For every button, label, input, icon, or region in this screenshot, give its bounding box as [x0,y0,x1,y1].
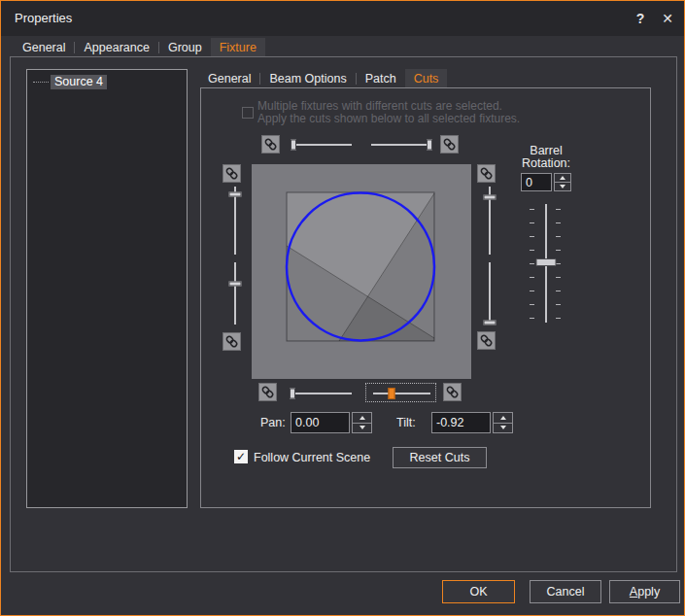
chain-link-icon [442,137,457,152]
arrow-down-icon [500,426,506,429]
pan-value[interactable]: 0.00 [291,412,350,433]
barrel-slider-ticks-left [530,209,534,320]
slider-track [234,262,236,325]
cancel-button[interactable]: Cancel [530,580,601,603]
tilt-spinbox: -0.92 [431,412,513,433]
slider-thumb[interactable] [483,320,496,325]
link-left-top-button[interactable] [223,164,241,183]
cut-slider-bottom-right[interactable] [372,387,431,399]
spin-down-button[interactable] [555,183,570,190]
multi-cut-notice-line1: Multiple fixtures with different cuts ar… [257,100,520,113]
link-right-bottom-button[interactable] [477,331,496,350]
cut-slider-right-bottom[interactable] [483,261,496,325]
follow-scene-checkbox[interactable]: ✓ [234,450,248,463]
subtab-cuts[interactable]: Cuts [405,69,448,88]
slider-thumb[interactable] [483,195,496,200]
barrel-rotation-value[interactable]: 0 [521,173,552,191]
main-tab-bar: General Appearance Group Fixture [14,38,265,57]
cut-slider-left-top[interactable] [228,186,241,256]
barrel-rotation-label-line2: Rotation: [507,156,585,170]
chain-link-icon [260,385,275,399]
tilt-label: Tilt: [396,416,416,429]
ok-button[interactable]: OK [442,580,515,603]
beam-preview-graphic [252,164,471,379]
cut-slider-top-right[interactable] [370,138,431,151]
barrel-rotation-label-line1: Barrel [507,144,585,157]
spin-up-button[interactable] [353,413,371,424]
cut-slider-bottom-left[interactable] [291,387,353,399]
multi-cut-notice-line2: Apply the cuts shown below to all select… [257,113,520,125]
link-bottom-right-button[interactable] [443,383,462,401]
pan-spinner [352,412,372,433]
help-icon[interactable]: ? [627,1,654,36]
window-title: Properties [15,11,72,25]
tree-branch-line [33,82,49,83]
slider-thumb-active[interactable] [389,388,395,399]
link-right-top-button[interactable] [477,164,496,183]
slider-track [292,144,352,146]
slider-thumb[interactable] [291,139,296,150]
barrel-rotation-spinbox: 0 [521,173,571,191]
slider-thumb[interactable] [427,139,432,150]
title-bar: Properties ? ✕ [1,1,684,36]
reset-cuts-button[interactable]: Reset Cuts [393,447,487,468]
slider-thumb[interactable] [536,258,557,266]
tab-general[interactable]: General [14,38,74,57]
cut-slider-top-left[interactable] [291,138,353,151]
arrow-up-icon [560,176,565,180]
pan-spinbox: 0.00 [291,412,372,433]
slider-thumb[interactable] [228,192,241,197]
chain-link-icon [479,333,494,348]
spin-down-button[interactable] [494,424,512,433]
slider-thumb[interactable] [290,388,295,398]
subtab-general[interactable]: General [199,69,259,88]
apply-label-rest: pply [637,585,660,599]
tree-item-label: Source 4 [51,75,107,89]
spin-up-button[interactable] [555,174,570,183]
subtab-patch[interactable]: Patch [357,69,405,88]
checkmark-icon: ✓ [236,451,246,462]
pan-label: Pan: [260,416,286,429]
chain-link-icon [224,166,239,181]
slider-track [371,144,430,146]
barrel-rotation-spinner [554,173,571,191]
slider-track [292,393,352,394]
apply-button[interactable]: Apply [609,580,680,603]
apply-mnemonic: A [630,585,637,599]
chain-link-icon [224,334,239,349]
arrow-down-icon [560,185,565,188]
slider-thumb[interactable] [228,282,241,287]
chain-link-icon [479,166,494,181]
arrow-up-icon [500,416,506,420]
tab-appearance[interactable]: Appearance [75,38,157,57]
beam-cut-preview [252,164,471,379]
properties-dialog: Properties ? ✕ General Appearance Group … [0,0,685,616]
apply-to-all-checkbox [242,107,254,119]
slider-track [489,262,491,325]
chain-link-icon [445,385,460,399]
fixture-tree-panel: Source 4 [26,69,188,508]
cut-slider-right-top[interactable] [483,186,496,256]
link-left-bottom-button[interactable] [223,332,241,351]
tree-item-source4[interactable]: Source 4 [33,75,107,89]
cut-slider-left-bottom[interactable] [228,261,241,325]
slider-track [373,393,430,394]
link-bottom-left-button[interactable] [258,383,277,401]
follow-scene-label: Follow Current Scene [254,451,370,464]
link-top-left-button[interactable] [261,135,280,154]
arrow-down-icon [360,426,365,429]
link-top-right-button[interactable] [440,135,459,154]
close-icon[interactable]: ✕ [654,1,681,36]
tilt-spinner [493,412,513,433]
barrel-rotation-slider[interactable] [535,203,557,324]
spin-up-button[interactable] [494,413,512,424]
spin-down-button[interactable] [353,424,371,433]
multi-cut-notice: Multiple fixtures with different cuts ar… [257,100,520,124]
subtab-beam-options[interactable]: Beam Options [260,69,355,88]
arrow-up-icon [360,416,365,420]
sub-tab-bar: General Beam Options Patch Cuts [199,69,447,88]
chain-link-icon [263,137,278,152]
tab-fixture[interactable]: Fixture [211,38,265,57]
tilt-value[interactable]: -0.92 [431,412,491,433]
tab-group[interactable]: Group [159,38,211,57]
